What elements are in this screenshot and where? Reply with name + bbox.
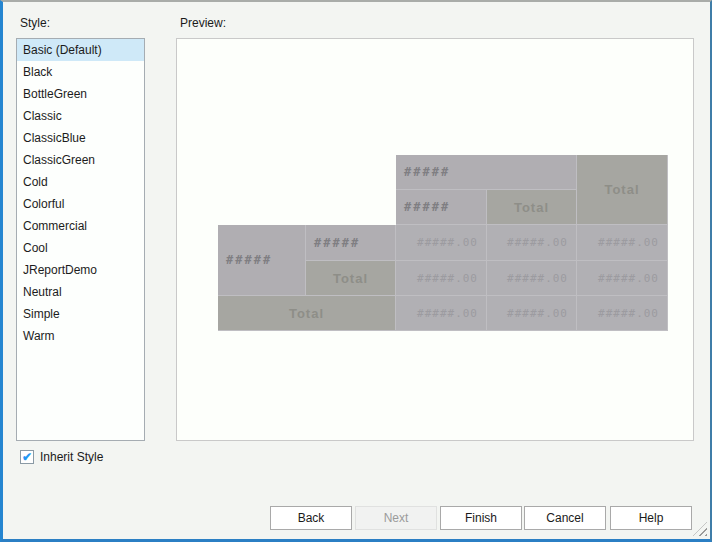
data-placeholder-text: #####.00 [396, 307, 486, 320]
style-item-jreportdemo[interactable]: JReportDemo [17, 259, 144, 281]
placeholder-text: ##### [396, 200, 450, 214]
next-button[interactable]: Next [355, 506, 437, 530]
style-item-classic[interactable]: Classic [17, 105, 144, 127]
style-item-commercial[interactable]: Commercial [17, 215, 144, 237]
total-label: Total [306, 271, 395, 286]
crosstab-col-subtotal-header: Total [487, 190, 577, 225]
style-item-cool[interactable]: Cool [17, 237, 144, 259]
data-placeholder-text: #####.00 [396, 272, 486, 285]
style-item-neutral[interactable]: Neutral [17, 281, 144, 303]
checkmark-icon: ✔ [22, 451, 32, 463]
crosstab-grand-total-col-header: Total [577, 155, 668, 225]
data-placeholder-text: #####.00 [577, 307, 667, 320]
crosstab-data-cell: #####.00 [487, 261, 577, 296]
style-section-label: Style: [20, 16, 50, 30]
crosstab-row-group-header: ##### [218, 225, 306, 296]
style-item-bottlegreen[interactable]: BottleGreen [17, 83, 144, 105]
placeholder-text: ##### [396, 165, 450, 179]
style-preview-panel: ##### Total ##### Total ##### ##### Tota… [176, 38, 694, 441]
data-placeholder-text: #####.00 [396, 236, 486, 249]
total-label: Total [487, 200, 576, 215]
crosstab-data-cell: #####.00 [487, 296, 577, 331]
placeholder-text: ##### [218, 253, 272, 267]
style-item-classicblue[interactable]: ClassicBlue [17, 127, 144, 149]
placeholder-text: ##### [306, 236, 360, 250]
inherit-style-checkbox[interactable]: ✔ [20, 450, 34, 464]
style-item-classicgreen[interactable]: ClassicGreen [17, 149, 144, 171]
crosstab-row-header: ##### [306, 225, 396, 261]
crosstab-col-group-header: ##### [396, 155, 577, 190]
resize-grip[interactable] [693, 522, 707, 536]
data-placeholder-text: #####.00 [487, 236, 576, 249]
style-item-cold[interactable]: Cold [17, 171, 144, 193]
help-button[interactable]: Help [610, 506, 692, 530]
style-item-basic-default[interactable]: Basic (Default) [17, 39, 144, 61]
inherit-style-label: Inherit Style [40, 450, 103, 464]
crosstab-data-cell: #####.00 [396, 225, 487, 261]
inherit-style-row: ✔ Inherit Style [20, 450, 103, 464]
crosstab-data-cell: #####.00 [396, 261, 487, 296]
data-placeholder-text: #####.00 [487, 307, 576, 320]
crosstab-col-header: ##### [396, 190, 487, 225]
back-button[interactable]: Back [270, 506, 352, 530]
crosstab-grand-total-row-header: Total [218, 296, 396, 331]
crosstab-row-subtotal-header: Total [306, 261, 396, 296]
style-wizard-dialog: Style: Preview: Basic (Default) Black Bo… [0, 0, 712, 542]
total-label: Total [577, 182, 667, 197]
style-item-colorful[interactable]: Colorful [17, 193, 144, 215]
crosstab-data-cell: #####.00 [577, 225, 668, 261]
total-label: Total [218, 306, 395, 321]
crosstab-data-cell: #####.00 [396, 296, 487, 331]
style-listbox[interactable]: Basic (Default) Black BottleGreen Classi… [16, 38, 145, 441]
crosstab-data-cell: #####.00 [577, 261, 668, 296]
crosstab-data-cell: #####.00 [577, 296, 668, 331]
style-item-warm[interactable]: Warm [17, 325, 144, 347]
data-placeholder-text: #####.00 [487, 272, 576, 285]
style-item-simple[interactable]: Simple [17, 303, 144, 325]
cancel-button[interactable]: Cancel [524, 506, 606, 530]
data-placeholder-text: #####.00 [577, 236, 667, 249]
style-item-black[interactable]: Black [17, 61, 144, 83]
finish-button[interactable]: Finish [440, 506, 522, 530]
preview-section-label: Preview: [180, 16, 226, 30]
crosstab-data-cell: #####.00 [487, 225, 577, 261]
data-placeholder-text: #####.00 [577, 272, 667, 285]
